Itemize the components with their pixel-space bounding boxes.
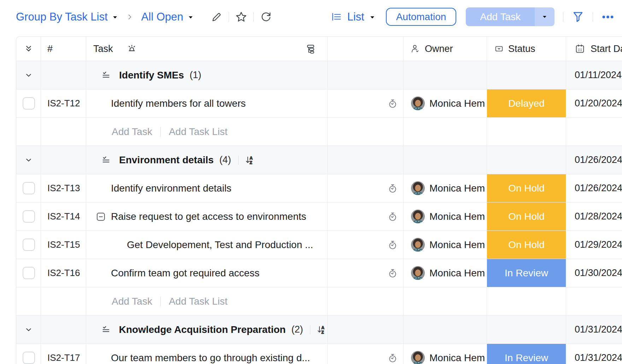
owner-column-header: Owner bbox=[404, 37, 487, 61]
status-label: Delayed bbox=[508, 98, 545, 109]
add-task-link[interactable]: Add Task bbox=[112, 126, 152, 137]
divider bbox=[229, 12, 229, 22]
task-checkbox[interactable] bbox=[23, 210, 35, 223]
start-date-value[interactable]: 01/28/2024 bbox=[566, 202, 622, 230]
add-task-dropdown-button[interactable] bbox=[535, 7, 554, 26]
task-title[interactable]: Confirm team got required access bbox=[111, 268, 259, 279]
more-menu-icon[interactable] bbox=[602, 11, 614, 23]
owner-cell[interactable]: Monica Hem bbox=[404, 89, 487, 117]
filter-icon[interactable] bbox=[572, 11, 584, 23]
task-row: IS2-T16 Confirm team got required access… bbox=[16, 259, 622, 287]
calendar-icon bbox=[575, 43, 585, 54]
avatar bbox=[411, 266, 425, 280]
status-chip[interactable]: In Review bbox=[487, 344, 566, 364]
status-chip[interactable]: On Hold bbox=[487, 202, 566, 230]
view-mode-dropdown[interactable]: List bbox=[331, 11, 375, 23]
task-checkbox[interactable] bbox=[23, 182, 35, 194]
task-header-label: Task bbox=[93, 43, 113, 54]
task-title[interactable]: Raise request to get access to environme… bbox=[111, 211, 306, 222]
subtask-hierarchy-icon[interactable] bbox=[305, 43, 316, 54]
group-by-dropdown[interactable]: Group By Task List bbox=[16, 11, 118, 23]
start-date-value[interactable]: 01/20/2024 bbox=[566, 89, 622, 117]
task-title[interactable]: Identify environment details bbox=[111, 183, 231, 194]
task-title[interactable]: Identify members for all towers bbox=[111, 98, 246, 109]
status-chip[interactable]: On Hold bbox=[487, 174, 566, 202]
group-name[interactable]: Environment details bbox=[119, 154, 214, 166]
add-task-button[interactable]: Add Task bbox=[466, 7, 535, 26]
group-collapse-icon[interactable] bbox=[24, 325, 33, 334]
status-label: In Review bbox=[505, 352, 548, 364]
reminder-alarm-icon[interactable] bbox=[127, 43, 137, 54]
owner-cell[interactable]: Monica Hem bbox=[404, 344, 487, 364]
task-checkbox[interactable] bbox=[23, 239, 35, 251]
add-task-list-link[interactable]: Add Task List bbox=[169, 126, 228, 137]
owner-name: Monica Hem bbox=[429, 183, 485, 194]
add-task-split-button: Add Task bbox=[466, 7, 554, 26]
owner-cell[interactable]: Monica Hem bbox=[404, 202, 487, 230]
id-column-header: # bbox=[41, 37, 86, 61]
view-filter-dropdown[interactable]: All Open bbox=[141, 11, 194, 23]
task-title[interactable]: Our team members to go through existing … bbox=[111, 352, 310, 364]
sort-az-icon[interactable] bbox=[245, 155, 256, 165]
owner-name: Monica Hem bbox=[429, 352, 485, 364]
owner-cell[interactable]: Monica Hem bbox=[404, 259, 487, 287]
collapse-subtasks-icon[interactable] bbox=[95, 211, 106, 222]
timer-stopwatch-icon[interactable] bbox=[387, 268, 398, 278]
group-name[interactable]: Identify SMEs bbox=[119, 70, 184, 81]
avatar bbox=[411, 238, 425, 252]
avatar bbox=[411, 96, 425, 110]
task-id: IS2-T15 bbox=[41, 231, 86, 259]
owner-cell[interactable]: Monica Hem bbox=[404, 231, 487, 259]
avatar bbox=[411, 351, 425, 364]
add-task-link[interactable]: Add Task bbox=[112, 296, 152, 307]
avatar bbox=[411, 210, 425, 223]
status-chip[interactable]: In Review bbox=[487, 259, 566, 287]
timer-stopwatch-icon[interactable] bbox=[387, 211, 398, 222]
owner-cell[interactable]: Monica Hem bbox=[404, 174, 487, 202]
sort-az-icon[interactable] bbox=[317, 324, 327, 335]
task-row: IS2-T13 Identify environment details Mon… bbox=[16, 174, 622, 202]
automation-button[interactable]: Automation bbox=[386, 8, 457, 26]
timer-stopwatch-icon[interactable] bbox=[387, 353, 398, 363]
timer-stopwatch-icon[interactable] bbox=[387, 183, 398, 194]
status-label: In Review bbox=[505, 268, 548, 279]
task-checkbox[interactable] bbox=[23, 267, 35, 279]
task-checkbox[interactable] bbox=[23, 97, 35, 110]
status-chip[interactable]: Delayed bbox=[487, 89, 566, 117]
timer-stopwatch-icon[interactable] bbox=[387, 240, 398, 250]
refresh-icon[interactable] bbox=[260, 11, 272, 23]
divider bbox=[563, 12, 563, 22]
divider bbox=[238, 155, 239, 165]
status-label: On Hold bbox=[508, 211, 545, 222]
toolbar: Group By Task List All Open List Automat… bbox=[0, 0, 622, 36]
favorite-star-icon[interactable] bbox=[235, 11, 247, 23]
start-date-value[interactable]: 01/26/2024 bbox=[566, 174, 622, 202]
status-header-label: Status bbox=[508, 43, 535, 54]
task-checkbox[interactable] bbox=[23, 352, 35, 364]
task-id: IS2-T13 bbox=[41, 174, 86, 202]
status-chip[interactable]: On Hold bbox=[487, 231, 566, 259]
group-start-date: 01/11/2024 bbox=[566, 61, 622, 89]
group-collapse-icon[interactable] bbox=[24, 71, 33, 80]
start-date-value[interactable]: 01/29/2024 bbox=[566, 231, 622, 259]
add-task-list-link[interactable]: Add Task List bbox=[169, 296, 228, 307]
list-view-label: List bbox=[347, 11, 364, 23]
task-row: IS2-T17 Our team members to go through e… bbox=[16, 344, 622, 364]
status-label: On Hold bbox=[508, 183, 545, 194]
caret-down-icon bbox=[369, 14, 375, 20]
group-count: (1) bbox=[190, 70, 201, 81]
task-title[interactable]: Get Developement, Test and Production ..… bbox=[127, 239, 313, 251]
start-date-value[interactable]: 01/31/2024 bbox=[566, 344, 622, 364]
edit-pencil-icon[interactable] bbox=[211, 11, 222, 22]
group-name[interactable]: Knowledge Acquisition Preparation bbox=[119, 324, 286, 335]
breadcrumb-separator-icon bbox=[126, 13, 134, 21]
status-column-header: Status bbox=[487, 37, 566, 61]
timer-stopwatch-icon[interactable] bbox=[387, 98, 398, 109]
status-dropdown-icon bbox=[494, 44, 504, 53]
collapse-all-icon[interactable] bbox=[24, 44, 34, 54]
group-collapse-icon[interactable] bbox=[24, 155, 33, 165]
start-date-value[interactable]: 01/30/2024 bbox=[566, 259, 622, 287]
group-row-knowledge-acquisition: Knowledge Acquisition Preparation (2) 01… bbox=[16, 316, 622, 344]
task-column-header: Task bbox=[86, 37, 328, 61]
task-row: IS2-T12 Identify members for all towers … bbox=[16, 89, 622, 118]
